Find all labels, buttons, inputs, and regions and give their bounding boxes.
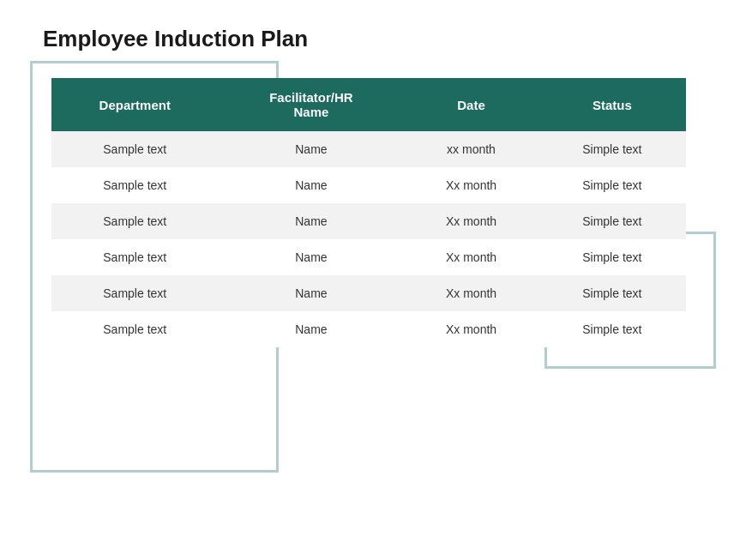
induction-table: Department Facilitator/HRName Date Statu… [51,78,686,347]
table-row: Sample textNameXx monthSimple text [51,203,686,239]
cell-department: Sample text [51,203,219,239]
table-row: Sample textNameXx monthSimple text [51,239,686,275]
page-container: Employee Induction Plan Department Facil… [0,0,746,560]
cell-department: Sample text [51,311,219,347]
cell-facilitator: Name [219,203,405,239]
cell-status: Simple text [538,131,686,167]
col-header-date: Date [404,78,538,131]
cell-status: Simple text [538,275,686,311]
cell-date: Xx month [404,275,538,311]
cell-date: Xx month [404,167,538,203]
cell-facilitator: Name [219,167,405,203]
table-row: Sample textNameXx monthSimple text [51,275,686,311]
table-row: Sample textNamexx monthSimple text [51,131,686,167]
cell-department: Sample text [51,131,219,167]
table-header-row: Department Facilitator/HRName Date Statu… [51,78,686,131]
cell-status: Simple text [538,311,686,347]
cell-department: Sample text [51,167,219,203]
col-header-facilitator: Facilitator/HRName [219,78,405,131]
cell-status: Simple text [538,239,686,275]
table-container: Department Facilitator/HRName Date Statu… [51,78,703,347]
cell-department: Sample text [51,239,219,275]
table-row: Sample textNameXx monthSimple text [51,311,686,347]
cell-status: Simple text [538,167,686,203]
cell-facilitator: Name [219,131,405,167]
col-header-department: Department [51,78,219,131]
decorative-wrapper: Department Facilitator/HRName Date Statu… [43,78,703,347]
table-row: Sample textNameXx monthSimple text [51,167,686,203]
col-header-status: Status [538,78,686,131]
cell-facilitator: Name [219,311,405,347]
cell-date: Xx month [404,311,538,347]
page-title: Employee Induction Plan [43,26,703,52]
cell-date: xx month [404,131,538,167]
cell-date: Xx month [404,239,538,275]
cell-facilitator: Name [219,239,405,275]
cell-facilitator: Name [219,275,405,311]
cell-department: Sample text [51,275,219,311]
cell-status: Simple text [538,203,686,239]
cell-date: Xx month [404,203,538,239]
